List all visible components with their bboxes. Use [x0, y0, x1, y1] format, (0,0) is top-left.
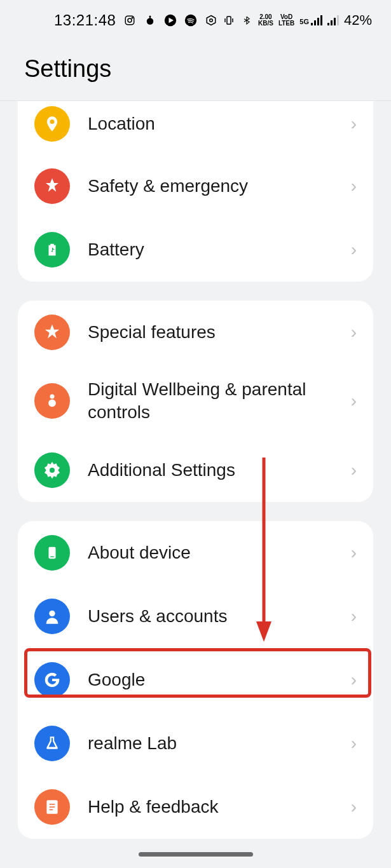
chevron-right-icon: › — [351, 606, 357, 627]
chevron-right-icon: › — [351, 114, 357, 134]
signal-5g: 5G — [299, 15, 322, 25]
settings-item-help[interactable]: Help & feedback › — [18, 775, 373, 839]
svg-rect-16 — [327, 23, 329, 25]
status-right: 2.00 KB/S VoD LTEB 5G 42% — [223, 12, 372, 29]
settings-group-1: Location › Safety & emergency › Battery … — [18, 101, 373, 281]
wellbeing-icon — [34, 383, 70, 419]
reddit-icon — [144, 14, 156, 27]
settings-item-special[interactable]: Special features › — [18, 301, 373, 364]
item-label: Special features — [88, 321, 351, 344]
star-icon — [34, 315, 70, 350]
item-label: Safety & emergency — [88, 175, 351, 198]
chevron-right-icon: › — [351, 391, 357, 411]
status-left: 13:21:48 — [54, 11, 217, 29]
instagram-icon — [123, 14, 136, 27]
svg-rect-13 — [314, 20, 316, 25]
chevron-right-icon: › — [351, 460, 357, 480]
vibrate-icon — [223, 14, 235, 27]
settings-item-google[interactable]: Google › — [18, 648, 373, 712]
settings-item-location[interactable]: Location › — [18, 101, 373, 154]
item-label: Users & accounts — [88, 605, 351, 628]
svg-rect-19 — [337, 15, 339, 25]
item-label: About device — [88, 541, 351, 564]
spotify-icon — [184, 14, 197, 27]
item-label: realme Lab — [88, 732, 351, 755]
svg-point-2 — [132, 17, 134, 18]
svg-point-1 — [128, 18, 132, 22]
hexagon-icon — [205, 14, 217, 27]
battery-icon — [34, 232, 70, 268]
item-label: Digital Wellbeing & parental controls — [88, 378, 351, 424]
svg-rect-23 — [50, 556, 54, 557]
settings-item-battery[interactable]: Battery › — [18, 218, 373, 281]
svg-point-21 — [50, 468, 55, 473]
settings-item-about[interactable]: About device › — [18, 521, 373, 585]
svg-rect-18 — [334, 18, 336, 25]
chevron-right-icon: › — [351, 176, 357, 196]
item-label: Location — [88, 112, 351, 135]
page-title: Settings — [0, 39, 391, 101]
settings-item-safety[interactable]: Safety & emergency › — [18, 154, 373, 218]
svg-rect-14 — [317, 18, 319, 25]
device-icon — [34, 535, 70, 571]
svg-rect-17 — [331, 20, 333, 25]
item-label: Additional Settings — [88, 459, 351, 482]
svg-rect-9 — [227, 17, 231, 24]
svg-point-24 — [49, 610, 55, 616]
voice-indicator: VoD LTEB — [278, 14, 294, 27]
settings-item-users[interactable]: Users & accounts › — [18, 585, 373, 648]
settings-item-wellbeing[interactable]: Digital Wellbeing & parental controls › — [18, 364, 373, 438]
help-icon — [34, 789, 70, 825]
svg-point-8 — [210, 19, 213, 22]
item-label: Battery — [88, 238, 351, 261]
item-label: Google — [88, 668, 351, 691]
nav-handle[interactable] — [139, 852, 253, 857]
emergency-icon — [34, 168, 70, 204]
settings-list: Location › Safety & emergency › Battery … — [0, 101, 391, 839]
settings-group-3: About device › Users & accounts › Google… — [18, 521, 373, 839]
svg-point-20 — [50, 395, 55, 399]
google-icon — [34, 662, 70, 698]
settings-group-2: Special features › Digital Wellbeing & p… — [18, 301, 373, 502]
status-time: 13:21:48 — [54, 11, 116, 29]
location-icon — [34, 106, 70, 142]
chevron-right-icon: › — [351, 240, 357, 260]
svg-rect-5 — [150, 17, 151, 20]
item-label: Help & feedback — [88, 796, 351, 818]
bluetooth-icon — [240, 14, 253, 27]
chevron-right-icon: › — [351, 733, 357, 754]
settings-item-additional[interactable]: Additional Settings › — [18, 438, 373, 502]
signal-icon — [327, 15, 339, 25]
svg-rect-12 — [311, 23, 313, 25]
play-circle-icon — [164, 14, 177, 27]
network-speed: 2.00 KB/S — [258, 14, 273, 27]
chevron-right-icon: › — [351, 670, 357, 690]
svg-rect-15 — [320, 15, 322, 25]
chevron-right-icon: › — [351, 543, 357, 563]
status-bar: 13:21:48 2.00 KB/S VoD LTEB — [0, 0, 391, 39]
lab-icon — [34, 726, 70, 761]
chevron-right-icon: › — [351, 322, 357, 342]
gear-star-icon — [34, 452, 70, 488]
battery-percentage: 42% — [344, 12, 372, 29]
user-icon — [34, 599, 70, 634]
chevron-right-icon: › — [351, 797, 357, 817]
settings-item-realmelab[interactable]: realme Lab › — [18, 712, 373, 775]
